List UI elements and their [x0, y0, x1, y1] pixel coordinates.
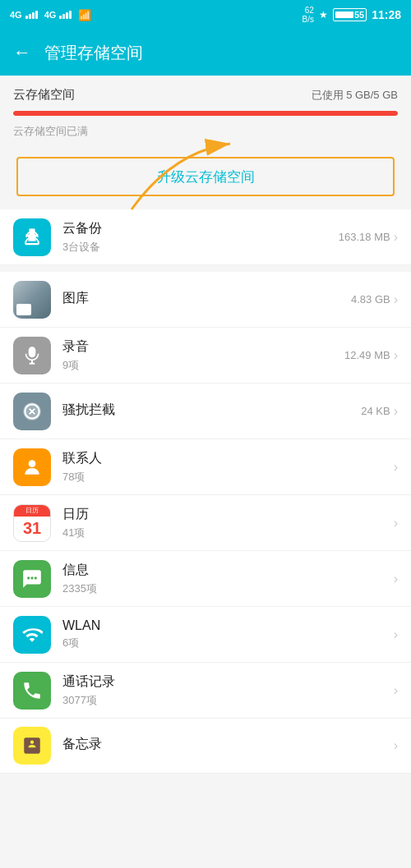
battery-fill	[335, 11, 353, 18]
cloud-storage-label: 云存储空间	[13, 87, 75, 103]
calls-icon	[13, 672, 51, 710]
list-item-cloud-backup[interactable]: 云备份 3台设备 163.18 MB ›	[0, 209, 411, 265]
calls-chevron: ›	[394, 683, 398, 698]
list-item-recorder[interactable]: 录音 9项 12.49 MB ›	[0, 328, 411, 383]
calendar-right: ›	[394, 516, 398, 530]
cloud-backup-sub: 3台设备	[62, 240, 339, 255]
wlan-chevron: ›	[394, 627, 398, 642]
list-item-notes[interactable]: 备忘录 ›	[0, 719, 411, 774]
wlan-text: WLAN 6项	[62, 618, 394, 650]
battery-percent: 55	[354, 10, 364, 20]
gallery-size: 4.83 GB	[351, 293, 390, 305]
progress-fill	[13, 111, 398, 116]
status-left: 4G 4G 📶	[10, 9, 91, 21]
messages-name: 信息	[62, 562, 394, 579]
contacts-right: ›	[394, 460, 398, 475]
cloud-backup-right: 163.18 MB ›	[339, 230, 398, 245]
block-icon	[13, 393, 51, 430]
list-item-gallery[interactable]: 图库 4.83 GB ›	[0, 272, 411, 328]
notes-name: 备忘录	[62, 736, 394, 753]
content-area: 云存储空间 已使用 5 GB/5 GB 云存储空间已满 升级云存储空间	[0, 76, 411, 774]
messages-icon	[13, 560, 51, 598]
contacts-text: 联系人 78项	[62, 450, 394, 485]
cloud-backup-chevron: ›	[394, 230, 398, 245]
clock: 11:28	[372, 8, 401, 21]
cloud-backup-size: 163.18 MB	[339, 231, 390, 243]
list-item-contacts[interactable]: 联系人 78项 ›	[0, 439, 411, 495]
items-list: 云备份 3台设备 163.18 MB › 图库 4.83 GB ›	[0, 209, 411, 774]
signal-bars-2	[59, 11, 72, 19]
gallery-right: 4.83 GB ›	[351, 292, 398, 307]
recorder-sub: 9项	[62, 358, 344, 373]
gallery-text: 图库	[62, 290, 351, 310]
svg-point-7	[27, 576, 30, 579]
list-item-calls[interactable]: 通话记录 3077项 ›	[0, 663, 411, 719]
notes-right: ›	[394, 738, 398, 753]
calendar-chevron: ›	[394, 516, 398, 530]
cloud-storage-usage: 已使用 5 GB/5 GB	[312, 88, 398, 103]
calls-text: 通话记录 3077项	[62, 673, 394, 708]
wlan-icon	[13, 616, 51, 654]
battery-indicator: 55	[333, 8, 367, 21]
calendar-icon: 日历 31	[13, 504, 51, 542]
list-item-calendar[interactable]: 日历 31 日历 41项 ›	[0, 495, 411, 551]
svg-rect-2	[29, 347, 36, 357]
svg-point-9	[35, 576, 37, 579]
recorder-name: 录音	[62, 338, 344, 356]
top-bar: ← 管理存储空间	[0, 30, 411, 76]
status-bar: 4G 4G 📶 62B/s ★ 55 11:28	[0, 0, 411, 30]
gallery-name: 图库	[62, 290, 351, 307]
calendar-name: 日历	[62, 506, 394, 523]
list-item-wlan[interactable]: WLAN 6项 ›	[0, 607, 411, 663]
cloud-storage-header: 云存储空间 已使用 5 GB/5 GB	[0, 76, 411, 108]
gallery-icon	[13, 281, 51, 319]
contacts-chevron: ›	[394, 460, 398, 475]
divider-1	[0, 265, 411, 272]
notes-text: 备忘录	[62, 736, 394, 755]
calls-name: 通话记录	[62, 673, 394, 691]
block-size: 24 KB	[361, 405, 390, 417]
cloud-backup-text: 云备份 3台设备	[62, 220, 339, 255]
signal-1: 4G	[10, 10, 22, 20]
status-right: 62B/s ★ 55 11:28	[302, 6, 401, 24]
wlan-sub: 6项	[62, 636, 394, 650]
contacts-sub: 78项	[62, 470, 394, 485]
network-speed: 62B/s	[302, 6, 313, 24]
upgrade-button[interactable]: 升级云存储空间	[16, 157, 395, 196]
recorder-right: 12.49 MB ›	[344, 348, 398, 363]
calendar-top: 日历	[14, 505, 50, 517]
calendar-sub: 41项	[62, 526, 394, 540]
notes-chevron: ›	[394, 738, 398, 753]
messages-chevron: ›	[394, 572, 398, 586]
gallery-thumbnail	[13, 281, 51, 319]
progress-container	[0, 108, 411, 122]
svg-point-8	[30, 576, 33, 579]
block-right: 24 KB ›	[361, 404, 398, 419]
recorder-icon	[13, 337, 51, 374]
list-item-messages[interactable]: 信息 2335项 ›	[0, 551, 411, 607]
notes-icon	[13, 727, 51, 765]
block-chevron: ›	[394, 404, 398, 419]
back-button[interactable]: ←	[13, 42, 31, 63]
calls-right: ›	[394, 683, 398, 698]
messages-sub: 2335项	[62, 581, 394, 596]
calls-sub: 3077项	[62, 693, 394, 708]
contacts-name: 联系人	[62, 450, 394, 467]
block-name: 骚扰拦截	[62, 402, 361, 419]
wlan-right: ›	[394, 627, 398, 642]
signal-bars-1	[25, 11, 38, 19]
page-title: 管理存储空间	[44, 42, 143, 64]
recorder-size: 12.49 MB	[344, 349, 390, 361]
contacts-icon	[13, 448, 51, 486]
wlan-name: WLAN	[62, 618, 394, 633]
signal-2: 4G	[44, 10, 57, 20]
list-item-block[interactable]: 骚扰拦截 24 KB ›	[0, 383, 411, 439]
svg-point-6	[29, 460, 36, 467]
recorder-chevron: ›	[394, 348, 398, 363]
calendar-day: 31	[23, 517, 41, 541]
messages-right: ›	[394, 572, 398, 586]
progress-track	[13, 111, 398, 116]
calendar-text: 日历 41项	[62, 506, 394, 540]
upgrade-btn-container: 升级云存储空间	[0, 149, 411, 209]
cloud-backup-name: 云备份	[62, 220, 339, 237]
